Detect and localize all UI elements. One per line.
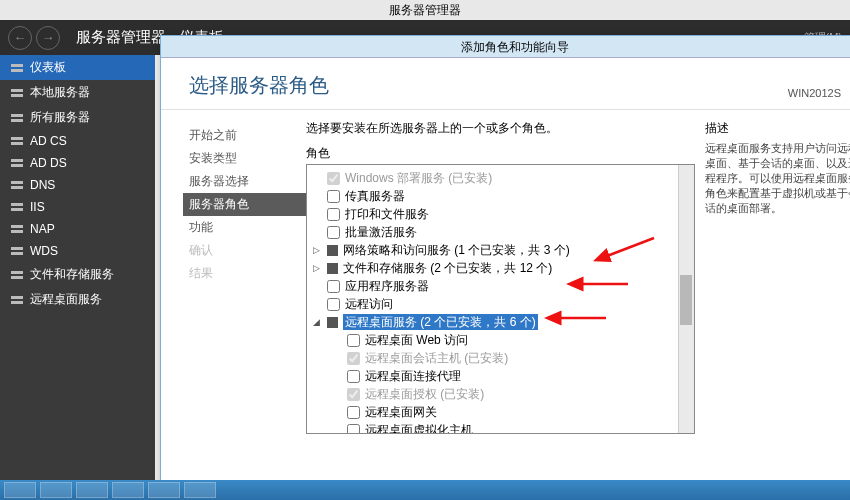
sidebar-item-4[interactable]: AD DS xyxy=(0,152,155,174)
sidebar-item-3[interactable]: AD CS xyxy=(0,130,155,152)
checkbox-indeterminate-icon[interactable] xyxy=(327,245,338,256)
role-row[interactable]: 打印和文件服务 xyxy=(309,205,692,223)
role-row[interactable]: 远程访问 xyxy=(309,295,692,313)
sidebar-item-0[interactable]: 仪表板 xyxy=(0,55,155,80)
server-icon xyxy=(10,157,24,169)
scrollbar-thumb[interactable] xyxy=(680,275,692,325)
sidebar-item-1[interactable]: 本地服务器 xyxy=(0,80,155,105)
checkbox-indeterminate-icon[interactable] xyxy=(327,317,338,328)
checkbox-indeterminate-icon[interactable] xyxy=(327,263,338,274)
svg-rect-3 xyxy=(11,94,23,97)
sidebar-item-label: 所有服务器 xyxy=(30,109,90,126)
role-checkbox[interactable] xyxy=(327,190,340,203)
sidebar-item-6[interactable]: IIS xyxy=(0,196,155,218)
roles-listbox[interactable]: Windows 部署服务 (已安装)传真服务器打印和文件服务批量激活服务▷网络策… xyxy=(306,164,695,434)
sidebar: 仪表板本地服务器所有服务器AD CSAD DSDNSIISNAPWDS文件和存储… xyxy=(0,55,155,480)
role-row[interactable]: 传真服务器 xyxy=(309,187,692,205)
svg-rect-20 xyxy=(11,296,23,299)
triangle-right-icon[interactable]: ▷ xyxy=(313,260,323,276)
role-checkbox[interactable] xyxy=(327,208,340,221)
role-checkbox[interactable] xyxy=(347,370,360,383)
taskbar-item[interactable] xyxy=(184,482,216,498)
scrollbar[interactable] xyxy=(678,165,694,433)
server-icon xyxy=(10,62,24,74)
sidebar-item-10[interactable]: 远程桌面服务 xyxy=(0,287,155,312)
role-label: 网络策略和访问服务 (1 个已安装，共 3 个) xyxy=(343,242,570,258)
svg-rect-11 xyxy=(11,186,23,189)
server-icon xyxy=(10,87,24,99)
sidebar-item-label: NAP xyxy=(30,222,55,236)
sidebar-item-label: 远程桌面服务 xyxy=(30,291,102,308)
triangle-down-icon[interactable]: ◢ xyxy=(313,314,323,330)
role-row[interactable]: ▷网络策略和访问服务 (1 个已安装，共 3 个) xyxy=(309,241,692,259)
server-icon xyxy=(10,179,24,191)
sidebar-item-label: 仪表板 xyxy=(30,59,66,76)
role-checkbox xyxy=(347,352,360,365)
svg-rect-13 xyxy=(11,208,23,211)
svg-rect-0 xyxy=(11,64,23,67)
svg-rect-5 xyxy=(11,119,23,122)
taskbar-item[interactable] xyxy=(40,482,72,498)
wizard-nav-item[interactable]: 服务器选择 xyxy=(183,170,306,193)
role-checkbox[interactable] xyxy=(327,280,340,293)
role-checkbox[interactable] xyxy=(327,298,340,311)
taskbar-item[interactable] xyxy=(112,482,144,498)
roles-label: 角色 xyxy=(306,145,695,162)
role-label: 远程桌面虚拟化主机 xyxy=(365,422,473,434)
role-row[interactable]: 远程桌面会话主机 (已安装) xyxy=(309,349,692,367)
role-checkbox[interactable] xyxy=(327,226,340,239)
role-row[interactable]: Windows 部署服务 (已安装) xyxy=(309,169,692,187)
role-checkbox[interactable] xyxy=(347,424,360,435)
triangle-right-icon[interactable]: ▷ xyxy=(313,242,323,258)
roles-intro-text: 选择要安装在所选服务器上的一个或多个角色。 xyxy=(306,120,695,137)
wizard-nav-item[interactable]: 功能 xyxy=(183,216,306,239)
forward-icon[interactable]: → xyxy=(36,26,60,50)
app-window-title: 服务器管理器 xyxy=(0,0,850,20)
sidebar-item-5[interactable]: DNS xyxy=(0,174,155,196)
server-icon xyxy=(10,245,24,257)
taskbar-item[interactable] xyxy=(76,482,108,498)
server-icon xyxy=(10,294,24,306)
role-row[interactable]: 批量激活服务 xyxy=(309,223,692,241)
server-icon xyxy=(10,223,24,235)
svg-rect-19 xyxy=(11,276,23,279)
role-row[interactable]: ▷文件和存储服务 (2 个已安装，共 12 个) xyxy=(309,259,692,277)
back-icon[interactable]: ← xyxy=(8,26,32,50)
wizard-nav-item[interactable]: 安装类型 xyxy=(183,147,306,170)
wizard-nav-item[interactable]: 开始之前 xyxy=(183,124,306,147)
server-icon xyxy=(10,269,24,281)
sidebar-item-2[interactable]: 所有服务器 xyxy=(0,105,155,130)
taskbar-item[interactable] xyxy=(148,482,180,498)
wizard-nav-item[interactable]: 服务器角色 xyxy=(183,193,306,216)
role-label: 传真服务器 xyxy=(345,188,405,204)
role-row[interactable]: 远程桌面网关 xyxy=(309,403,692,421)
svg-rect-16 xyxy=(11,247,23,250)
role-row[interactable]: 远程桌面虚拟化主机 xyxy=(309,421,692,434)
taskbar[interactable] xyxy=(0,480,850,500)
sidebar-item-7[interactable]: NAP xyxy=(0,218,155,240)
role-checkbox[interactable] xyxy=(347,334,360,347)
svg-rect-7 xyxy=(11,142,23,145)
sidebar-item-label: IIS xyxy=(30,200,45,214)
sidebar-item-label: 本地服务器 xyxy=(30,84,90,101)
role-label: 远程桌面网关 xyxy=(365,404,437,420)
svg-rect-18 xyxy=(11,271,23,274)
server-icon xyxy=(10,135,24,147)
wizard-nav-item: 结果 xyxy=(183,262,306,285)
svg-rect-4 xyxy=(11,114,23,117)
role-row[interactable]: ◢远程桌面服务 (2 个已安装，共 6 个) xyxy=(309,313,692,331)
target-server-name: WIN2012S xyxy=(788,87,841,99)
sidebar-item-label: AD CS xyxy=(30,134,67,148)
svg-rect-12 xyxy=(11,203,23,206)
role-checkbox[interactable] xyxy=(347,406,360,419)
role-row[interactable]: 远程桌面 Web 访问 xyxy=(309,331,692,349)
sidebar-item-8[interactable]: WDS xyxy=(0,240,155,262)
role-row[interactable]: 远程桌面授权 (已安装) xyxy=(309,385,692,403)
sidebar-item-9[interactable]: 文件和存储服务 xyxy=(0,262,155,287)
role-row[interactable]: 应用程序服务器 xyxy=(309,277,692,295)
taskbar-item[interactable] xyxy=(4,482,36,498)
role-row[interactable]: 远程桌面连接代理 xyxy=(309,367,692,385)
svg-rect-14 xyxy=(11,225,23,228)
role-label: 远程桌面授权 (已安装) xyxy=(365,386,484,402)
add-roles-wizard-dialog: 添加角色和功能向导 选择服务器角色 WIN2012S 开始之前安装类型服务器选择… xyxy=(160,35,850,485)
